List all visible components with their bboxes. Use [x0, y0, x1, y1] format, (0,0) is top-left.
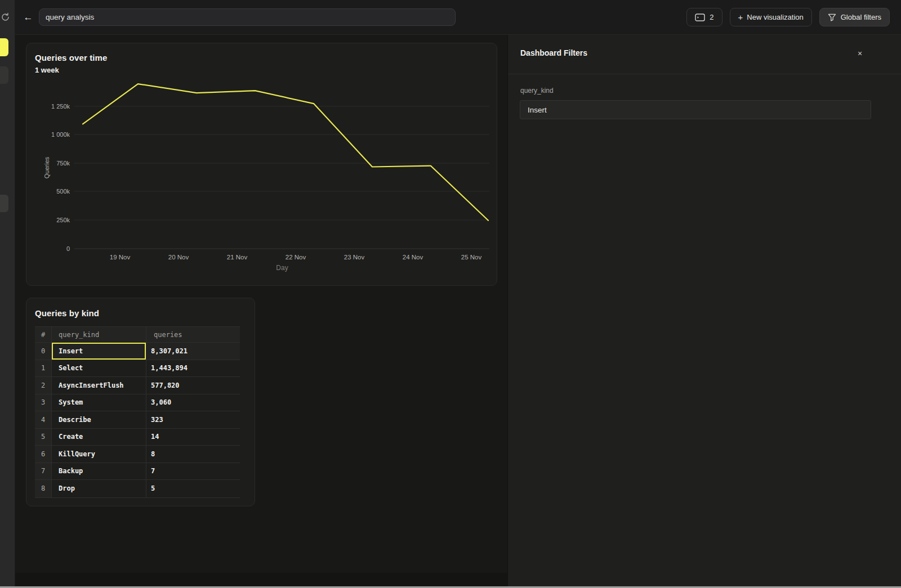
- row-index-cell: 8: [35, 480, 52, 497]
- left-rail: [0, 0, 15, 586]
- column-header-query_kind[interactable]: query_kind: [52, 327, 146, 343]
- queries-value-cell[interactable]: 8,307,021: [146, 343, 240, 360]
- row-index-cell: 3: [35, 394, 52, 412]
- history-refresh-icon[interactable]: [1, 12, 10, 22]
- canvas-footer: [15, 573, 507, 586]
- svg-text:750k: 750k: [56, 160, 70, 167]
- queries-value-cell[interactable]: 577,820: [146, 377, 240, 394]
- query-kind-cell[interactable]: Drop: [52, 480, 146, 497]
- svg-text:20 Nov: 20 Nov: [168, 254, 189, 261]
- table-title: Queries by kind: [35, 308, 99, 318]
- query-kind-cell[interactable]: Create: [52, 429, 146, 446]
- row-index-cell: 2: [35, 377, 52, 394]
- svg-text:0: 0: [66, 245, 70, 252]
- svg-text:250k: 250k: [56, 217, 70, 223]
- query-kind-cell[interactable]: Backup: [52, 463, 146, 481]
- svg-text:23 Nov: 23 Nov: [344, 254, 365, 261]
- queries-value-cell[interactable]: 5: [146, 480, 240, 497]
- queries-line-chart[interactable]: 0250k500k750k1 000k1 250k19 Nov20 Nov21 …: [26, 43, 498, 286]
- filters-panel-title: Dashboard Filters: [520, 48, 587, 57]
- row-index-cell: 7: [35, 463, 52, 481]
- queries-value-cell[interactable]: 8: [146, 446, 240, 463]
- dashboard-swatch[interactable]: [0, 195, 8, 212]
- row-index-cell: 6: [35, 446, 52, 463]
- query-kind-cell[interactable]: AsyncInsertFlush: [52, 377, 146, 394]
- query-kind-cell[interactable]: Describe: [52, 411, 146, 429]
- query-windows-count: 2: [710, 13, 713, 21]
- console-window-icon: [695, 14, 705, 21]
- svg-text:Day: Day: [276, 264, 288, 272]
- back-button[interactable]: ←: [20, 9, 37, 26]
- queries-over-time-card: Queries over time 1 week Queries 0250k50…: [26, 43, 497, 286]
- dashboard-app: ← 2 + New visualization: [0, 0, 901, 588]
- svg-text:500k: 500k: [56, 188, 70, 195]
- query-kind-cell[interactable]: System: [52, 394, 146, 412]
- query-kind-cell[interactable]: Select: [52, 360, 146, 378]
- query-kind-filter-input[interactable]: [520, 100, 871, 119]
- column-header-index[interactable]: #: [35, 327, 52, 343]
- queries-table: #query_kindqueries0Insert8,307,0211Selec…: [35, 326, 240, 498]
- plus-icon: +: [738, 12, 743, 22]
- queries-value-cell[interactable]: 1,443,894: [146, 360, 240, 378]
- dashboard-title-input[interactable]: [39, 8, 456, 26]
- queries-value-cell[interactable]: 3,060: [146, 394, 240, 412]
- dashboard-filters-panel: Dashboard Filters × query_kind: [507, 35, 901, 586]
- queries-by-kind-card: Queries by kind #query_kindqueries0Inser…: [26, 298, 255, 506]
- row-index-cell: 4: [35, 411, 52, 429]
- column-header-queries[interactable]: queries: [146, 327, 240, 343]
- queries-value-cell[interactable]: 14: [146, 429, 240, 446]
- topbar: ← 2 + New visualization: [15, 0, 901, 35]
- active-dashboard-swatch[interactable]: [0, 38, 8, 56]
- topbar-actions: 2 + New visualization Global filters: [686, 8, 890, 26]
- table-row: 5Create14: [35, 429, 240, 446]
- table-row: 7Backup7: [35, 463, 240, 481]
- queries-value-cell[interactable]: 323: [146, 411, 240, 429]
- table-row: 8Drop5: [35, 480, 240, 497]
- new-visualization-label: New visualization: [747, 13, 803, 21]
- svg-text:19 Nov: 19 Nov: [110, 254, 131, 261]
- table-row: 4Describe323: [35, 411, 240, 429]
- close-panel-button[interactable]: ×: [854, 47, 866, 60]
- close-icon: ×: [858, 49, 862, 58]
- row-index-cell: 5: [35, 429, 52, 446]
- row-index-cell: 0: [35, 343, 52, 360]
- back-arrow-icon: ←: [24, 12, 33, 23]
- row-index-cell: 1: [35, 360, 52, 378]
- svg-text:22 Nov: 22 Nov: [286, 254, 306, 261]
- selected-query-kind-cell[interactable]: Insert: [52, 343, 146, 360]
- global-filters-button[interactable]: Global filters: [819, 8, 890, 26]
- table-row: 6KillQuery8: [35, 446, 240, 463]
- new-visualization-button[interactable]: + New visualization: [730, 8, 812, 26]
- table-row: 1Select1,443,894: [35, 360, 240, 378]
- funnel-filter-icon: [828, 14, 836, 21]
- svg-text:24 Nov: 24 Nov: [403, 254, 423, 261]
- query-kind-cell[interactable]: KillQuery: [52, 446, 146, 463]
- table-row: 0Insert8,307,021: [35, 343, 240, 360]
- panel-divider: [508, 74, 901, 74]
- queries-value-cell[interactable]: 7: [146, 463, 240, 481]
- dashboard-swatch[interactable]: [0, 66, 8, 84]
- filter-field-label: query_kind: [520, 87, 554, 95]
- svg-text:1 000k: 1 000k: [51, 131, 70, 138]
- table-row: 2AsyncInsertFlush577,820: [35, 377, 240, 394]
- table-header-row: #query_kindqueries: [35, 327, 240, 343]
- query-windows-button[interactable]: 2: [686, 8, 722, 26]
- global-filters-label: Global filters: [841, 13, 881, 21]
- dashboard-canvas: Queries over time 1 week Queries 0250k50…: [15, 35, 507, 586]
- svg-text:1 250k: 1 250k: [51, 103, 70, 110]
- table-row: 3System3,060: [35, 394, 240, 412]
- svg-text:21 Nov: 21 Nov: [227, 254, 248, 261]
- svg-text:25 Nov: 25 Nov: [461, 254, 482, 261]
